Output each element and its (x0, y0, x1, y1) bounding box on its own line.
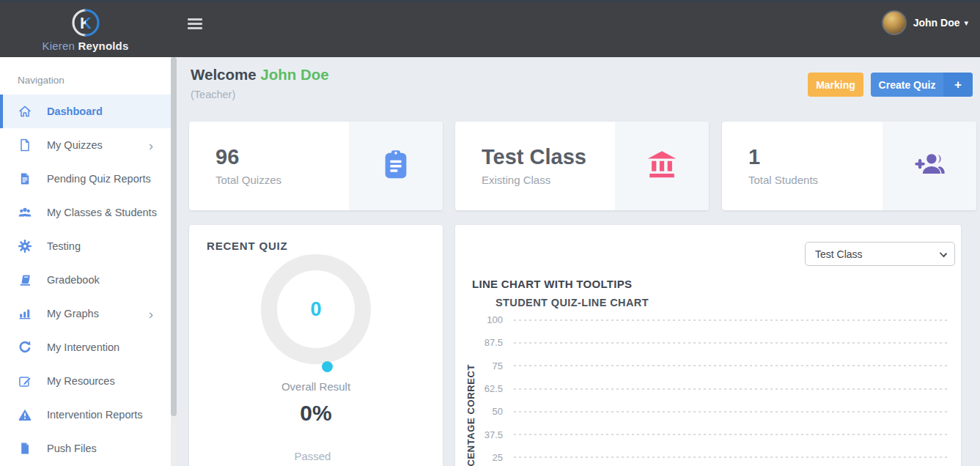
sidebar-item-my-resources[interactable]: My Resources (0, 364, 171, 398)
users-icon (18, 205, 32, 220)
sidebar-item-label: Intervention Reports (47, 409, 143, 421)
y-axis-tick-label: 100 (472, 314, 503, 325)
sidebar-item-intervention-reports[interactable]: Intervention Reports (0, 398, 171, 432)
chart-title: STUDENT QUIZ-LINE CHART (495, 297, 649, 308)
sidebar-item-label: Gradebook (47, 274, 100, 286)
caret-down-icon: ▾ (964, 18, 968, 28)
home-icon (18, 104, 32, 119)
stat-value: Test Class (482, 146, 615, 169)
user-menu[interactable]: John Doe ▾ (882, 10, 968, 35)
marking-button[interactable]: Marking (808, 73, 863, 97)
warning-icon (18, 407, 32, 422)
stat-value: 1 (748, 146, 883, 169)
chart-grid-row: 37.5 (472, 423, 949, 445)
stat-label: Total Students (748, 174, 883, 186)
stat-card-total-quizzes: 96 Total Quizzes (189, 122, 443, 210)
y-axis-tick-label: 62.5 (472, 383, 503, 394)
chevron-right-icon: › (149, 307, 153, 321)
group-add-icon (913, 148, 946, 185)
stat-value: 96 (215, 146, 349, 169)
sidebar-item-label: My Classes & Students (47, 207, 157, 218)
stat-card-existing-class: Test Class Existing Class (455, 122, 709, 210)
user-avatar[interactable] (882, 10, 907, 35)
stat-label: Total Quizzes (215, 174, 349, 186)
user-role-label: (Teacher) (191, 89, 235, 100)
gridline (514, 411, 949, 413)
sidebar-item-dashboard[interactable]: Dashboard (0, 95, 171, 128)
recent-quiz-heading: RECENT QUIZ (207, 240, 287, 252)
sidebar-item-pending-quiz-reports[interactable]: Pending Quiz Reports (0, 162, 171, 196)
bank-icon (645, 148, 679, 185)
class-select-wrap: Test Class (805, 242, 955, 266)
top-navbar: K K Kieren Reynolds John Doe ▾ (0, 0, 980, 57)
chart-grid-row: 62.5 (472, 377, 949, 400)
sidebar: Navigation DashboardMy Quizzes›Pending Q… (0, 57, 171, 466)
hamburger-menu-icon[interactable] (188, 18, 202, 32)
content-scrollbar-thumb[interactable] (171, 57, 177, 416)
file-text-icon (18, 171, 32, 186)
bar-chart-icon (18, 306, 32, 321)
sidebar-item-label: Dashboard (47, 106, 103, 117)
brand-logo: K K Kieren Reynolds (0, 2, 171, 57)
class-select[interactable]: Test Class (805, 242, 955, 266)
brand-logo-icon: K K (67, 7, 104, 38)
chart-grid-row: 75 (472, 355, 949, 377)
chart-grid-row: 100 (472, 308, 949, 331)
chart-section-heading: LINE CHART WITH TOOLTIPS (472, 278, 632, 290)
sidebar-item-label: Testing (47, 240, 81, 252)
recent-quiz-footer-label: Passed Students (283, 448, 342, 466)
gridline (514, 319, 949, 321)
y-axis-tick-label: 50 (472, 406, 503, 417)
sidebar-item-testing[interactable]: Testing (0, 229, 171, 263)
gauge-indicator-dot (322, 361, 333, 372)
file-icon (18, 138, 32, 152)
gridline (514, 342, 949, 344)
stat-label: Existing Class (482, 174, 615, 186)
sidebar-item-gradebook[interactable]: Gradebook (0, 263, 171, 297)
recent-quiz-card: RECENT QUIZ 0 Overall Result 0% Total St… (189, 225, 443, 466)
chart-grid-row: 50 (472, 400, 949, 423)
y-axis-tick-label: 87.5 (472, 337, 503, 348)
refresh-icon (18, 340, 32, 355)
sidebar-item-push-files[interactable]: Push Files (0, 432, 171, 465)
content-scrollbar-track[interactable] (171, 57, 177, 466)
create-quiz-label: Create Quiz (871, 73, 943, 97)
sidebar-item-my-graphs[interactable]: My Graphs› (0, 297, 171, 330)
gauge-value: 0 (310, 298, 321, 321)
edit-icon (18, 374, 32, 388)
sidebar-item-label: My Resources (47, 375, 115, 387)
overall-result-gauge: 0 (261, 254, 371, 364)
line-chart-card: Test Class LINE CHART WITH TOOLTIPS STUD… (455, 225, 961, 466)
stat-card-total-students: 1 Total Students (722, 122, 976, 210)
page-title: Welcome John Doe (191, 66, 329, 84)
y-axis-tick-label: 37.5 (472, 429, 503, 440)
gear-icon (18, 239, 32, 254)
file-solid-icon (18, 441, 32, 456)
chart-grid-row: 25 (472, 446, 949, 466)
sidebar-item-label: My Intervention (47, 341, 119, 353)
create-quiz-button[interactable]: Create Quiz + (871, 73, 973, 97)
gridline (514, 388, 949, 390)
sidebar-nav: DashboardMy Quizzes›Pending Quiz Reports… (0, 95, 171, 465)
sidebar-item-label: Push Files (47, 443, 97, 454)
welcome-user-name: John Doe (260, 66, 328, 83)
recent-quiz-footer: Total StudentsPassed StudentsFailed Stud… (189, 448, 443, 466)
sidebar-item-label: My Graphs (47, 308, 99, 319)
sidebar-item-my-quizzes[interactable]: My Quizzes› (0, 128, 171, 162)
main-content: Welcome John Doe (Teacher) Marking Creat… (177, 57, 980, 466)
plus-icon: + (943, 73, 973, 97)
gridline (514, 434, 949, 435)
sidebar-item-label: My Quizzes (47, 139, 103, 151)
user-menu-name: John Doe (913, 17, 960, 29)
sidebar-item-my-intervention[interactable]: My Intervention (0, 330, 171, 364)
chart-grid: 10087.57562.55037.525 (472, 308, 949, 466)
book-icon (18, 273, 32, 287)
chevron-right-icon: › (149, 138, 153, 152)
chart-grid-row: 87.5 (472, 331, 949, 354)
sidebar-item-my-classes-students[interactable]: My Classes & Students (0, 196, 171, 229)
y-axis-tick-label: 75 (472, 360, 503, 371)
sidebar-item-label: Pending Quiz Reports (47, 173, 151, 185)
overall-result-percent: 0% (189, 401, 443, 426)
clipboard-icon (379, 148, 413, 185)
gridline (514, 456, 949, 458)
